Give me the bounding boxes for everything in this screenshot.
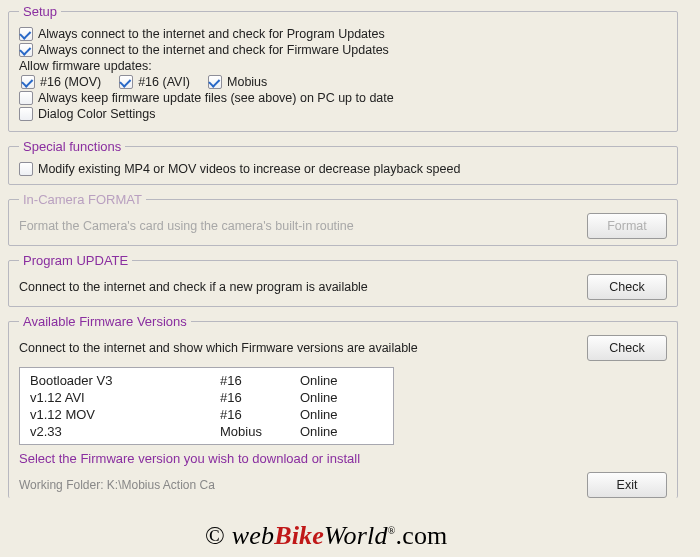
- label-program-updates: Always connect to the internet and check…: [38, 27, 385, 41]
- firmware-select-prompt: Select the Firmware version you wish to …: [19, 451, 667, 466]
- fw-status: Online: [300, 424, 383, 439]
- working-folder-label: Working Folder: K:\Mobius Action Ca: [19, 478, 577, 492]
- checkbox-mobius[interactable]: [208, 75, 222, 89]
- setup-group: Setup Always connect to the internet and…: [8, 4, 678, 132]
- label-dialog-color: Dialog Color Settings: [38, 107, 155, 121]
- fw-id: #16: [220, 407, 300, 422]
- table-row[interactable]: v2.33 Mobius Online: [20, 423, 393, 440]
- fw-status: Online: [300, 407, 383, 422]
- label-16-avi: #16 (AVI): [138, 75, 190, 89]
- exit-button[interactable]: Exit: [587, 472, 667, 498]
- fw-name: v2.33: [30, 424, 220, 439]
- firmware-description: Connect to the internet and show which F…: [19, 341, 577, 355]
- label-keep-fw-files: Always keep firmware update files (see a…: [38, 91, 394, 105]
- fw-id: #16: [220, 390, 300, 405]
- table-row[interactable]: v1.12 MOV #16 Online: [20, 406, 393, 423]
- format-legend: In-Camera FORMAT: [19, 192, 146, 207]
- program-check-button[interactable]: Check: [587, 274, 667, 300]
- format-button: Format: [587, 213, 667, 239]
- firmware-group: Available Firmware Versions Connect to t…: [8, 314, 678, 498]
- table-row[interactable]: v1.12 AVI #16 Online: [20, 389, 393, 406]
- format-description: Format the Camera's card using the camer…: [19, 219, 577, 233]
- checkbox-firmware-updates[interactable]: [19, 43, 33, 57]
- label-modify-mp4: Modify existing MP4 or MOV videos to inc…: [38, 162, 460, 176]
- checkbox-dialog-color[interactable]: [19, 107, 33, 121]
- fw-status: Online: [300, 373, 383, 388]
- fw-name: v1.12 AVI: [30, 390, 220, 405]
- firmware-legend: Available Firmware Versions: [19, 314, 191, 329]
- checkbox-modify-mp4[interactable]: [19, 162, 33, 176]
- fw-status: Online: [300, 390, 383, 405]
- label-firmware-updates: Always connect to the internet and check…: [38, 43, 389, 57]
- setup-legend: Setup: [19, 4, 61, 19]
- special-functions-legend: Special functions: [19, 139, 125, 154]
- checkbox-16-avi[interactable]: [119, 75, 133, 89]
- firmware-check-button[interactable]: Check: [587, 335, 667, 361]
- allow-firmware-label: Allow firmware updates:: [19, 59, 152, 73]
- program-update-legend: Program UPDATE: [19, 253, 132, 268]
- fw-name: v1.12 MOV: [30, 407, 220, 422]
- special-functions-group: Special functions Modify existing MP4 or…: [8, 139, 678, 185]
- checkbox-program-updates[interactable]: [19, 27, 33, 41]
- label-mobius: Mobius: [227, 75, 267, 89]
- table-row[interactable]: Bootloader V3 #16 Online: [20, 372, 393, 389]
- checkbox-keep-fw-files[interactable]: [19, 91, 33, 105]
- program-update-description: Connect to the internet and check if a n…: [19, 280, 577, 294]
- checkbox-16-mov[interactable]: [21, 75, 35, 89]
- firmware-table[interactable]: Bootloader V3 #16 Online v1.12 AVI #16 O…: [19, 367, 394, 445]
- label-16-mov: #16 (MOV): [40, 75, 101, 89]
- format-group: In-Camera FORMAT Format the Camera's car…: [8, 192, 678, 246]
- fw-id: Mobius: [220, 424, 300, 439]
- fw-id: #16: [220, 373, 300, 388]
- fw-name: Bootloader V3: [30, 373, 220, 388]
- program-update-group: Program UPDATE Connect to the internet a…: [8, 253, 678, 307]
